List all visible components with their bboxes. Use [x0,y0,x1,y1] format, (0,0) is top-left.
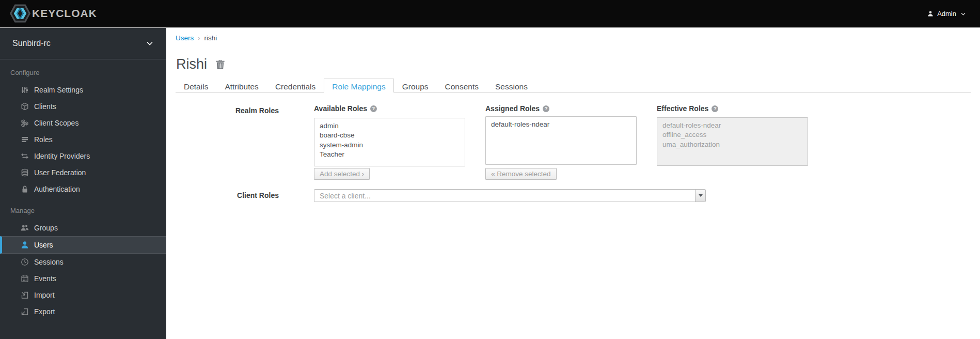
list-icon [21,135,29,144]
sliders-icon [21,86,29,94]
user-icon [21,241,29,249]
tab-attributes[interactable]: Attributes [216,79,266,93]
sidebar-item-label: Events [34,274,56,283]
main-content: Users › rishi Rishi Details Attributes C… [166,28,980,339]
role-option[interactable]: default-roles-ndear [486,120,636,129]
client-roles-label: Client Roles [166,191,279,199]
trash-icon[interactable] [215,59,225,70]
sidebar-section-configure: Configure [10,69,166,76]
sidebar-item-client-scopes[interactable]: Client Scopes [0,115,166,131]
sidebar-item-identity-providers[interactable]: Identity Providers [0,148,166,164]
sidebar-item-groups[interactable]: Groups [0,220,166,236]
sidebar-item-label: Roles [34,135,53,144]
sidebar-item-label: Sessions [34,258,64,266]
effective-roles-header: Effective Roles ? [657,104,718,113]
sidebar-item-label: Realm Settings [34,86,83,94]
role-option: default-roles-ndear [657,121,808,130]
import-icon [21,291,29,299]
chevron-down-icon [147,41,153,45]
role-option: uma_authorization [657,140,808,149]
page-title: Rishi [176,56,207,72]
add-selected-button[interactable]: Add selected › [314,168,370,180]
sidebar-item-label: Groups [34,224,58,232]
breadcrumb-users-link[interactable]: Users [176,34,194,42]
available-roles-header: Available Roles ? [314,104,377,113]
effective-roles-listbox: default-roles-ndear offline_access uma_a… [657,117,808,166]
sidebar-item-import[interactable]: Import [0,287,166,303]
cubes-icon [21,119,29,127]
select-dropdown-toggle[interactable] [695,190,705,202]
client-select-input[interactable] [314,190,695,202]
assigned-roles-listbox[interactable]: default-roles-ndear [485,116,637,165]
sidebar-item-label: Client Scopes [34,119,78,127]
breadcrumb-current: rishi [204,34,217,42]
lock-icon [21,185,29,193]
role-option[interactable]: Teacher [314,150,465,159]
role-option[interactable]: system-admin [314,141,465,150]
breadcrumb: Users › rishi [176,34,217,42]
keycloak-logo[interactable]: KEYCLOAK [9,3,97,24]
sidebar-item-label: Identity Providers [34,152,90,160]
database-icon [21,168,29,177]
sidebar-item-export[interactable]: Export [0,303,166,320]
assigned-roles-header: Assigned Roles ? [485,104,549,113]
sidebar-item-clients[interactable]: Clients [0,98,166,115]
tab-bar: Details Attributes Credentials Role Mapp… [176,79,971,93]
chevron-right-icon: › [198,34,200,42]
sidebar-item-label: Export [34,307,55,316]
sidebar-nav: Sunbird-rc Configure Realm Settings Clie… [0,28,166,339]
tab-groups[interactable]: Groups [394,79,437,93]
sidebar-item-authentication[interactable]: Authentication [0,181,166,197]
help-icon[interactable]: ? [712,105,718,112]
sidebar-item-realm-settings[interactable]: Realm Settings [0,82,166,98]
top-header: KEYCLOAK Admin [0,0,980,28]
role-option[interactable]: board-cbse [314,131,465,140]
brand-name: KEYCLOAK [32,7,97,20]
caret-down-icon [699,194,703,197]
keycloak-admin-console: KEYCLOAK Admin Sunbird-rc Configure Real… [0,0,980,339]
sidebar-item-label: Users [34,241,53,249]
available-roles-listbox[interactable]: admin board-cbse system-admin Teacher [314,118,465,166]
tab-sessions[interactable]: Sessions [487,79,536,93]
exchange-icon [21,152,29,160]
help-icon[interactable]: ? [370,105,377,112]
tab-credentials[interactable]: Credentials [267,79,324,93]
sidebar-item-user-federation[interactable]: User Federation [0,164,166,181]
group-icon [21,224,29,232]
user-icon [927,10,934,17]
sidebar-item-label: Authentication [34,185,80,193]
tab-details[interactable]: Details [176,79,216,93]
sidebar-item-label: Clients [34,102,56,111]
calendar-icon [21,274,29,283]
cube-icon [21,102,29,111]
user-menu[interactable]: Admin [924,0,969,27]
role-mappings-form: Realm Roles Available Roles ? Assigned R… [166,92,980,247]
sidebar-item-label: Import [34,291,55,299]
remove-selected-button[interactable]: « Remove selected [485,168,557,180]
sidebar-item-events[interactable]: Events [0,270,166,287]
clock-icon [21,258,29,266]
sidebar-section-manage: Manage [10,207,166,214]
help-icon[interactable]: ? [543,105,549,112]
sidebar-item-label: User Federation [34,168,86,177]
sidebar-item-roles[interactable]: Roles [0,131,166,148]
export-icon [21,307,29,316]
tab-role-mappings[interactable]: Role Mappings [324,79,393,93]
client-select-combobox [314,189,706,202]
role-option: offline_access [657,130,808,140]
chevron-down-icon [961,12,966,16]
user-menu-label: Admin [937,10,956,18]
realm-roles-label: Realm Roles [166,106,279,115]
tab-consents[interactable]: Consents [437,79,487,93]
realm-selector[interactable]: Sunbird-rc [0,28,166,59]
realm-name: Sunbird-rc [12,39,51,48]
sidebar-item-users[interactable]: Users [0,236,166,254]
sidebar-item-sessions[interactable]: Sessions [0,254,166,270]
role-option[interactable]: admin [314,121,465,131]
keycloak-hexagon-icon [9,3,31,24]
